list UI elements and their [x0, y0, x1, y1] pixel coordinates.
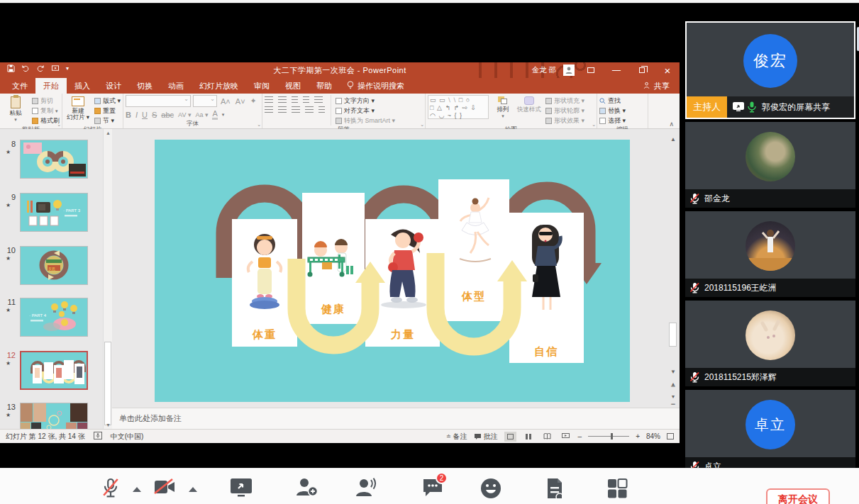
- scrollbar-thumb[interactable]: [669, 323, 677, 347]
- accessibility-icon[interactable]: [94, 432, 102, 441]
- format-painter-button[interactable]: 格式刷: [32, 116, 60, 125]
- layout-button[interactable]: 版式 ▾: [94, 96, 121, 106]
- minimize-button[interactable]: —: [607, 62, 626, 78]
- tell-me-search[interactable]: 操作说明搜索: [347, 78, 404, 94]
- scroll-down-icon[interactable]: ▼: [668, 369, 678, 375]
- tab-design[interactable]: 设计: [98, 78, 129, 94]
- new-slide-button[interactable]: 新建幻灯片 ▾: [65, 95, 92, 121]
- columns-button[interactable]: [318, 106, 325, 113]
- slide-sorter-view-button[interactable]: [523, 432, 535, 442]
- zoom-in-button[interactable]: +: [636, 432, 640, 440]
- increase-indent-button[interactable]: [303, 96, 309, 103]
- camera-options-caret[interactable]: [189, 487, 197, 492]
- shrink-font-button[interactable]: A˅: [234, 97, 247, 106]
- tab-view[interactable]: 视图: [277, 78, 309, 94]
- copy-button[interactable]: 复制▾: [32, 106, 60, 116]
- align-left-button[interactable]: [265, 106, 273, 113]
- shapes-gallery[interactable]: ▭ ▭ ⧵ ⧵ □ ○□ △ ↰ ↱ ⇨ ⇩◠ ◡ ~ { }: [428, 95, 489, 119]
- tab-file[interactable]: 文件: [4, 78, 35, 94]
- next-slide-button[interactable]: ▼▁: [668, 394, 678, 405]
- notes-pane[interactable]: 单击此处添加备注: [112, 408, 680, 429]
- docs-button[interactable]: [542, 477, 567, 503]
- underline-button[interactable]: U: [142, 111, 148, 119]
- numbering-button[interactable]: [278, 96, 287, 103]
- line-spacing-button[interactable]: [314, 96, 323, 103]
- justify-button[interactable]: [305, 106, 314, 113]
- reactions-button[interactable]: [478, 477, 504, 503]
- previous-slide-button[interactable]: ▲▔: [668, 381, 678, 392]
- align-center-button[interactable]: [278, 106, 287, 113]
- text-direction-button[interactable]: 文字方向 ▾: [336, 96, 395, 106]
- arrange-button[interactable]: 排列▾: [493, 95, 513, 120]
- select-button[interactable]: 选择 ▾: [599, 116, 626, 125]
- paste-button[interactable]: 粘贴▾: [2, 95, 29, 123]
- share-button[interactable]: 共享: [643, 78, 670, 94]
- change-case-button[interactable]: Aa ▾: [195, 111, 208, 118]
- zoom-level[interactable]: 84%: [646, 432, 660, 440]
- font-size-combo[interactable]: [193, 95, 217, 107]
- shape-fill-button[interactable]: 形状填充 ▾: [545, 96, 584, 106]
- quick-styles-button[interactable]: 快速样式: [517, 95, 541, 113]
- cut-button[interactable]: 剪切: [32, 96, 60, 106]
- mic-muted-button[interactable]: [98, 477, 123, 503]
- fit-slide-button[interactable]: [667, 433, 674, 439]
- section-button[interactable]: 节 ▾: [94, 116, 121, 125]
- participant-tile[interactable]: 卓立 卓立: [685, 390, 855, 476]
- invite-button[interactable]: [294, 477, 319, 503]
- decrease-indent-button[interactable]: [292, 96, 298, 103]
- participant-tile-host[interactable]: 俊宏 主持人 郭俊宏的屏幕共享: [685, 21, 855, 119]
- slideshow-view-button[interactable]: [560, 432, 572, 442]
- participant-tile[interactable]: 2018115196王屹洲: [685, 211, 855, 297]
- close-button[interactable]: ×: [658, 62, 677, 78]
- collapse-ribbon-icon[interactable]: ∧: [669, 121, 674, 128]
- camera-off-button[interactable]: [153, 477, 178, 503]
- tab-animations[interactable]: 动画: [160, 78, 192, 94]
- zoom-out-button[interactable]: –: [578, 432, 582, 440]
- font-color-button[interactable]: A: [212, 109, 217, 120]
- participant-tile[interactable]: 2018115215郑泽辉: [685, 301, 855, 386]
- shape-outline-button[interactable]: 形状轮廓 ▾: [545, 106, 584, 116]
- account-name[interactable]: 金龙 邵: [532, 65, 556, 75]
- participant-tile[interactable]: 邵金龙: [685, 122, 855, 208]
- normal-view-button[interactable]: [504, 432, 516, 442]
- align-text-button[interactable]: 对齐文本 ▾: [336, 106, 395, 116]
- grow-font-button[interactable]: A˄: [219, 97, 232, 106]
- ribbon-display-options-button[interactable]: [582, 62, 600, 78]
- thumbnail-scrollbar[interactable]: ▲ ▼: [103, 129, 112, 429]
- editor-scrollbar[interactable]: ▲ ▼ ▲▔ ▼▁: [668, 136, 678, 404]
- tab-home[interactable]: 开始: [35, 78, 67, 94]
- apps-layout-button[interactable]: [604, 477, 630, 503]
- account-avatar[interactable]: [563, 65, 575, 76]
- comments-toggle[interactable]: 批注: [474, 432, 498, 442]
- tab-slideshow[interactable]: 幻灯片放映: [192, 78, 246, 94]
- find-button[interactable]: 查找: [599, 96, 626, 106]
- scroll-up-icon[interactable]: ▲: [668, 136, 678, 142]
- shadow-button[interactable]: S: [152, 111, 157, 119]
- shape-effects-button[interactable]: 形状效果 ▾: [545, 116, 584, 125]
- bold-button[interactable]: B: [126, 111, 131, 119]
- align-right-button[interactable]: [292, 106, 300, 113]
- bullets-button[interactable]: [265, 96, 273, 103]
- participants-button[interactable]: [353, 477, 378, 503]
- slide-canvas[interactable]: 体重 健康 力量 体型 自信: [155, 140, 630, 402]
- tab-help[interactable]: 帮助: [309, 78, 340, 94]
- zoom-slider-thumb[interactable]: [611, 433, 613, 439]
- mic-options-caret[interactable]: [133, 487, 141, 492]
- strikethrough-button[interactable]: abc: [161, 111, 174, 119]
- replace-button[interactable]: 替换 ▾: [599, 106, 626, 116]
- zoom-slider[interactable]: [588, 436, 629, 437]
- clear-format-button[interactable]: ✦: [249, 96, 258, 106]
- tab-review[interactable]: 审阅: [246, 78, 277, 94]
- tab-insert[interactable]: 插入: [67, 78, 98, 94]
- leave-meeting-button[interactable]: 离开会议: [766, 488, 830, 504]
- font-name-combo[interactable]: [126, 95, 191, 107]
- restore-button[interactable]: [633, 62, 651, 78]
- reset-button[interactable]: 重置: [94, 106, 121, 116]
- char-spacing-button[interactable]: AV ▾: [178, 111, 191, 118]
- italic-button[interactable]: I: [135, 111, 138, 119]
- chat-button[interactable]: 2: [420, 477, 445, 503]
- smartart-button[interactable]: 转换为 SmartArt ▾: [336, 116, 395, 125]
- notes-toggle[interactable]: ≐备注: [446, 432, 467, 442]
- reading-view-button[interactable]: [541, 432, 553, 442]
- tab-transitions[interactable]: 切换: [129, 78, 160, 94]
